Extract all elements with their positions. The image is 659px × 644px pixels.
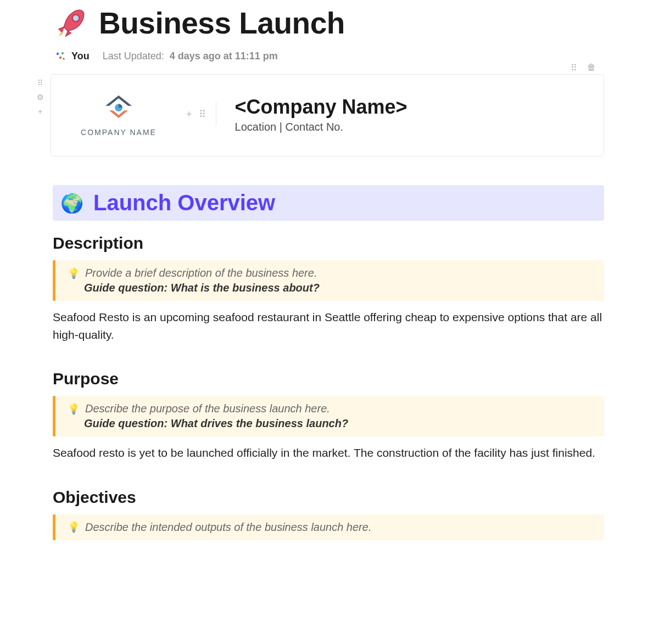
meta-row: You Last Updated: 4 days ago at 11:11 pm bbox=[40, 51, 604, 62]
svg-point-3 bbox=[59, 56, 62, 58]
svg-point-2 bbox=[62, 52, 64, 54]
purpose-guide: Guide question: What drives the business… bbox=[84, 417, 593, 430]
subsection-description: Description 💡 Provide a brief descriptio… bbox=[53, 234, 604, 343]
drag-handle-icon[interactable]: ⠿ bbox=[199, 108, 206, 120]
svg-point-0 bbox=[72, 15, 80, 22]
lightbulb-icon: 💡 bbox=[68, 403, 80, 415]
description-guide: Guide question: What is the business abo… bbox=[84, 282, 593, 294]
purpose-callout[interactable]: 💡 Describe the purpose of the business l… bbox=[53, 396, 604, 436]
drag-handle-icon[interactable]: ⠿ bbox=[36, 79, 44, 86]
divider bbox=[216, 102, 216, 126]
updated-value: 4 days ago at 11:11 pm bbox=[170, 51, 278, 62]
company-name-heading[interactable]: <Company Name> bbox=[235, 96, 407, 119]
page-title-row: Business Launch bbox=[40, 5, 604, 41]
earth-icon: 🌍 bbox=[60, 194, 83, 212]
company-block: ⠿ ⚙ + ⠿ 🗑 COMPANY NAME + ⠿ bbox=[37, 74, 604, 156]
lightbulb-icon: 💡 bbox=[68, 521, 80, 533]
card-top-controls: ⠿ 🗑 bbox=[571, 63, 596, 73]
block-side-controls: ⠿ ⚙ + bbox=[36, 79, 44, 115]
description-hint: Provide a brief description of the busin… bbox=[85, 267, 317, 279]
purpose-hint: Describe the purpose of the business lau… bbox=[85, 402, 330, 415]
plus-icon[interactable]: + bbox=[186, 109, 192, 120]
gear-icon[interactable]: ⚙ bbox=[36, 93, 44, 100]
svg-point-1 bbox=[57, 52, 59, 54]
company-card[interactable]: ⠿ 🗑 COMPANY NAME + ⠿ <Company Name> Lo bbox=[51, 74, 604, 156]
page-title[interactable]: Business Launch bbox=[99, 5, 345, 41]
lightbulb-icon: 💡 bbox=[68, 267, 80, 279]
company-text-block[interactable]: <Company Name> Location | Contact No. bbox=[235, 96, 407, 133]
company-logo[interactable]: COMPANY NAME bbox=[66, 92, 171, 137]
card-mid-controls: + ⠿ bbox=[186, 102, 220, 126]
updated-label: Last Updated: bbox=[103, 51, 164, 62]
description-heading[interactable]: Description bbox=[53, 234, 604, 253]
author-label[interactable]: You bbox=[71, 51, 90, 62]
trash-icon[interactable]: 🗑 bbox=[587, 63, 596, 73]
purpose-heading[interactable]: Purpose bbox=[53, 369, 604, 388]
plus-icon[interactable]: + bbox=[36, 107, 44, 115]
description-body[interactable]: Seafood Resto is an upcoming seafood res… bbox=[53, 309, 604, 343]
drag-handle-icon[interactable]: ⠿ bbox=[571, 63, 577, 73]
objectives-callout[interactable]: 💡 Describe the intended outputs of the b… bbox=[53, 514, 604, 540]
rocket-icon bbox=[55, 7, 87, 39]
document-page: Business Launch You Last Updated: 4 days… bbox=[0, 5, 659, 540]
description-callout[interactable]: 💡 Provide a brief description of the bus… bbox=[53, 260, 604, 301]
objectives-heading[interactable]: Objectives bbox=[53, 488, 604, 507]
confetti-icon bbox=[55, 51, 66, 62]
subsection-purpose: Purpose 💡 Describe the purpose of the bu… bbox=[53, 369, 604, 462]
logo-caption: COMPANY NAME bbox=[81, 128, 157, 137]
subsection-objectives: Objectives 💡 Describe the intended outpu… bbox=[53, 488, 604, 540]
company-subline[interactable]: Location | Contact No. bbox=[235, 121, 407, 133]
purpose-body[interactable]: Seafood resto is yet to be launched offi… bbox=[53, 444, 604, 462]
objectives-hint: Describe the intended outputs of the bus… bbox=[85, 521, 371, 534]
section-title[interactable]: Launch Overview bbox=[93, 191, 275, 215]
section-banner-overview: 🌍 Launch Overview bbox=[53, 185, 604, 221]
house-logo-icon bbox=[99, 92, 138, 125]
svg-point-4 bbox=[63, 58, 64, 59]
